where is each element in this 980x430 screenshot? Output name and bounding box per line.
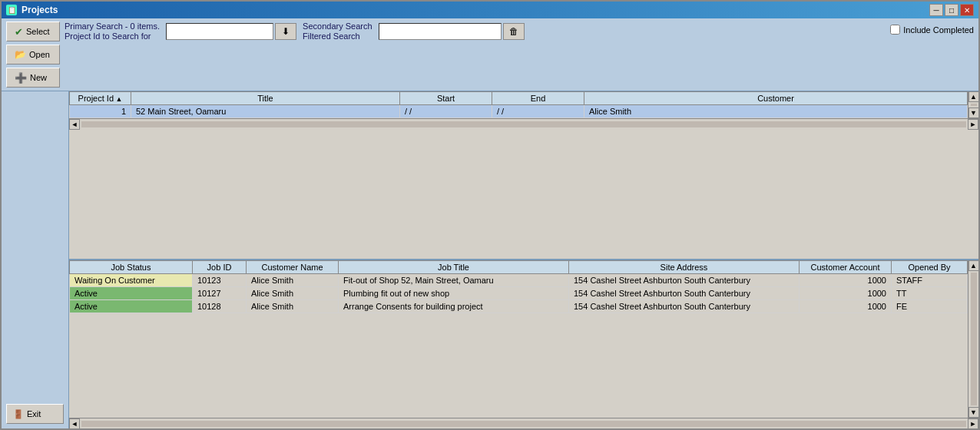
table-cell: Alice Smith: [247, 274, 339, 287]
primary-search-input[interactable]: [166, 23, 273, 40]
jobs-vscroll-track[interactable]: [971, 273, 977, 405]
search-area: Primary Search - 0 items. Project Id to …: [65, 22, 974, 41]
table-row[interactable]: Active10128Alice SmithArrange Consents f…: [70, 300, 968, 313]
secondary-search-input[interactable]: [379, 23, 502, 40]
table-cell: FE: [892, 300, 968, 313]
jobs-table-scroll-area: Job Status Job ID Customer Name Job Titl…: [69, 260, 978, 418]
col-end[interactable]: End: [492, 92, 584, 105]
exit-label: Exit: [27, 409, 41, 418]
hscroll-right-btn[interactable]: ►: [968, 119, 978, 130]
table-cell: Alice Smith: [247, 300, 339, 313]
maximize-button[interactable]: □: [945, 4, 958, 16]
col-project-id[interactable]: Project Id: [70, 92, 131, 105]
projects-vscrollbar: ▲ ▼: [968, 91, 978, 118]
table-cell: 1000: [800, 274, 892, 287]
col-customer[interactable]: Customer: [584, 92, 968, 105]
clear-icon: 🗑: [509, 26, 518, 37]
vscroll-up-btn[interactable]: ▲: [968, 91, 979, 102]
include-completed-checkbox[interactable]: [890, 25, 900, 35]
vscroll-down-btn[interactable]: ▼: [968, 108, 979, 118]
cell-title: 52 Main Street, Oamaru: [131, 105, 400, 118]
table-cell: Alice Smith: [247, 287, 339, 300]
jobs-hscroll-left-btn[interactable]: ◄: [69, 418, 80, 429]
jobs-table-inner: Job Status Job ID Customer Name Job Titl…: [69, 260, 968, 418]
filtered-search-label: Filtered Search: [303, 31, 372, 41]
cell-project-id: 1: [70, 105, 131, 118]
table-row[interactable]: 1 52 Main Street, Oamaru / / / / Alice S…: [70, 105, 968, 118]
window-title: Projects: [22, 5, 58, 15]
table-cell: Active: [70, 300, 193, 313]
close-button[interactable]: ✕: [960, 4, 974, 16]
open-button[interactable]: 📂 Open: [6, 45, 60, 64]
col-customer-account[interactable]: Customer Account: [800, 261, 892, 274]
jobs-hscroll-right-btn[interactable]: ►: [968, 418, 978, 429]
table-cell: Active: [70, 287, 193, 300]
projects-table-body: 1 52 Main Street, Oamaru / / / / Alice S…: [70, 105, 968, 118]
new-icon: ➕: [15, 72, 27, 84]
jobs-table-container: Job Status Job ID Customer Name Job Titl…: [69, 260, 978, 428]
title-bar-left: 📋 Projects: [6, 5, 58, 15]
jobs-table-header: Job Status Job ID Customer Name Job Titl…: [70, 261, 968, 274]
toolbar-buttons: ✔ Select 📂 Open ➕ New: [6, 22, 60, 88]
primary-search-label: Primary Search - 0 items.: [65, 22, 160, 31]
table-row[interactable]: Active10127Alice SmithPlumbing fit out o…: [70, 287, 968, 300]
projects-hscrollbar: ◄ ►: [69, 118, 978, 129]
folder-icon: 📂: [15, 49, 26, 60]
table-row[interactable]: Waiting On Customer10123Alice SmithFit-o…: [70, 274, 968, 287]
col-site-address[interactable]: Site Address: [569, 261, 800, 274]
table-cell: Waiting On Customer: [70, 274, 193, 287]
projects-table-inner: Project Id Title Start End Customer 1: [69, 91, 968, 118]
search-down-icon: ⬇: [282, 26, 290, 37]
cell-customer: Alice Smith: [584, 105, 968, 118]
exit-icon: 🚪: [13, 409, 24, 419]
jobs-table-body: Waiting On Customer10123Alice SmithFit-o…: [70, 274, 968, 313]
col-opened-by[interactable]: Opened By: [892, 261, 968, 274]
title-bar: 📋 Projects ─ □ ✕: [2, 2, 978, 18]
jobs-vscroll-up-btn[interactable]: ▲: [968, 260, 979, 271]
table-cell: 10128: [193, 300, 247, 313]
main-panel: Project Id Title Start End Customer 1: [69, 91, 978, 428]
col-job-id[interactable]: Job ID: [193, 261, 247, 274]
project-id-label: Project Id to Search for: [65, 31, 160, 41]
projects-table-scroll-area: Project Id Title Start End Customer 1: [69, 91, 978, 118]
jobs-hscrollbar: ◄ ►: [69, 418, 978, 428]
table-cell: STAFF: [892, 274, 968, 287]
jobs-vscroll-down-btn[interactable]: ▼: [968, 407, 979, 418]
main-window: 📋 Projects ─ □ ✕ ✔ Select 📂 Open ➕ New: [0, 0, 980, 430]
new-button[interactable]: ➕ New: [6, 68, 60, 88]
table-cell: 154 Cashel Street Ashburton South Canter…: [569, 274, 800, 287]
cell-start: / /: [400, 105, 492, 118]
primary-search-button[interactable]: ⬇: [275, 23, 296, 40]
secondary-search-button[interactable]: 🗑: [503, 23, 525, 40]
hscroll-left-btn[interactable]: ◄: [69, 119, 80, 130]
col-start[interactable]: Start: [400, 92, 492, 105]
jobs-table: Job Status Job ID Customer Name Job Titl…: [69, 260, 968, 313]
table-cell: 154 Cashel Street Ashburton South Canter…: [569, 287, 800, 300]
jobs-hscroll-track[interactable]: [81, 421, 966, 427]
table-cell: TT: [892, 287, 968, 300]
table-cell: 10123: [193, 274, 247, 287]
secondary-search-label: Secondary Search: [303, 22, 372, 31]
projects-table: Project Id Title Start End Customer 1: [69, 91, 968, 118]
select-label: Select: [26, 27, 50, 36]
col-customer-name[interactable]: Customer Name: [247, 261, 339, 274]
cell-end: / /: [492, 105, 584, 118]
new-label: New: [30, 73, 47, 82]
table-cell: Fit-out of Shop 52, Main Street, Oamaru: [339, 274, 569, 287]
window-icon: 📋: [6, 5, 17, 15]
open-label: Open: [29, 50, 50, 59]
hscroll-track[interactable]: [81, 121, 966, 127]
table-cell: 1000: [800, 287, 892, 300]
table-cell: Arrange Consents for building project: [339, 300, 569, 313]
vscroll-track[interactable]: [971, 104, 977, 106]
table-cell: 154 Cashel Street Ashburton South Canter…: [569, 300, 800, 313]
minimize-button[interactable]: ─: [929, 4, 943, 16]
side-panel: 🚪 Exit: [2, 91, 69, 428]
col-job-title[interactable]: Job Title: [339, 261, 569, 274]
select-button[interactable]: ✔ Select: [6, 22, 60, 41]
include-completed-label: Include Completed: [903, 25, 974, 35]
col-title[interactable]: Title: [131, 92, 400, 105]
col-job-status[interactable]: Job Status: [70, 261, 193, 274]
projects-table-container: Project Id Title Start End Customer 1: [69, 91, 978, 260]
exit-button[interactable]: 🚪 Exit: [6, 404, 64, 424]
